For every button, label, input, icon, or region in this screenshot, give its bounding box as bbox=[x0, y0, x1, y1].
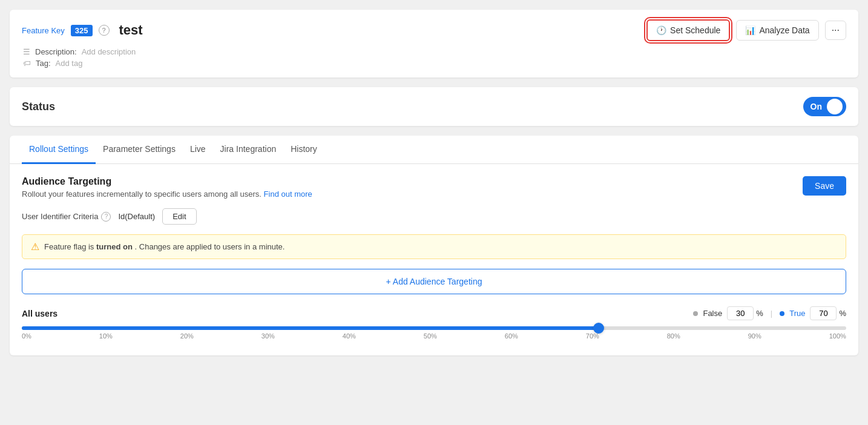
slider-container: 0% 10% 20% 30% 40% 50% 60% 70% 80% 90% 1… bbox=[22, 326, 846, 340]
find-out-more-link[interactable]: Find out more bbox=[264, 189, 312, 199]
main-content-card: Rollout Settings Parameter Settings Live… bbox=[10, 136, 858, 355]
feature-key-number: 325 bbox=[71, 25, 93, 36]
label-80: 80% bbox=[667, 332, 680, 340]
audience-targeting-section-header: Audience Targeting Rollout your features… bbox=[22, 176, 846, 199]
toggle-knob bbox=[827, 99, 843, 114]
label-20: 20% bbox=[180, 332, 194, 340]
alert-banner: ⚠ Feature flag is turned on . Changes ar… bbox=[22, 234, 846, 259]
tab-history[interactable]: History bbox=[283, 136, 324, 164]
false-pct-input[interactable] bbox=[727, 306, 754, 320]
status-card: Status On bbox=[10, 87, 858, 126]
label-50: 50% bbox=[424, 332, 437, 340]
true-pct-input[interactable] bbox=[810, 306, 837, 320]
tag-icon: 🏷 bbox=[23, 59, 31, 68]
status-toggle[interactable]: On bbox=[803, 97, 846, 116]
all-users-section: All users False % | True % bbox=[22, 306, 846, 340]
status-toggle-wrapper: On bbox=[803, 97, 846, 116]
add-audience-button[interactable]: + Add Audience Targeting bbox=[22, 269, 846, 294]
save-button[interactable]: Save bbox=[803, 176, 846, 196]
tag-value[interactable]: Add tag bbox=[56, 59, 83, 68]
toggle-on-label: On bbox=[810, 102, 822, 111]
tab-rollout-settings[interactable]: Rollout Settings bbox=[22, 136, 96, 164]
header-card: Feature Key 325 ? test 🕐 Set Schedule 📊 … bbox=[10, 10, 858, 77]
tab-jira-integration[interactable]: Jira Integration bbox=[213, 136, 284, 164]
status-title: Status bbox=[22, 100, 55, 113]
rollout-settings-content: Audience Targeting Rollout your features… bbox=[10, 164, 858, 355]
true-pct-symbol: % bbox=[839, 309, 846, 318]
description-value[interactable]: Add description bbox=[82, 47, 136, 56]
analyze-data-button[interactable]: 📊 Analyze Data bbox=[736, 20, 818, 41]
slider-labels: 0% 10% 20% 30% 40% 50% 60% 70% 80% 90% 1… bbox=[22, 332, 846, 340]
tag-row: 🏷 Tag: Add tag bbox=[23, 59, 846, 68]
slider-track bbox=[22, 326, 846, 330]
chart-icon: 📊 bbox=[745, 25, 755, 35]
percentage-controls: False % | True % bbox=[693, 306, 846, 320]
feature-key-label: Feature Key bbox=[22, 26, 65, 35]
description-row: ☰ Description: Add description bbox=[23, 47, 846, 56]
true-label: True bbox=[789, 309, 805, 318]
audience-targeting-title: Audience Targeting bbox=[22, 176, 312, 187]
edit-button[interactable]: Edit bbox=[162, 208, 196, 225]
slider-thumb[interactable] bbox=[593, 323, 604, 334]
user-identifier-value: Id(Default) bbox=[118, 212, 155, 221]
label-70: 70% bbox=[586, 332, 599, 340]
header-left: Feature Key 325 ? test bbox=[22, 22, 143, 38]
true-pct-group: % bbox=[810, 306, 846, 320]
false-pct-symbol: % bbox=[756, 309, 763, 318]
help-icon[interactable]: ? bbox=[99, 25, 110, 36]
false-label: False bbox=[703, 309, 722, 318]
description-icon: ☰ bbox=[23, 47, 30, 56]
tabs-bar: Rollout Settings Parameter Settings Live… bbox=[10, 136, 858, 164]
false-pct-group: % bbox=[727, 306, 763, 320]
user-identifier-label-text: User Identifier Criteria bbox=[22, 212, 98, 221]
label-40: 40% bbox=[343, 332, 356, 340]
label-10: 10% bbox=[99, 332, 113, 340]
alert-prefix: Feature flag is bbox=[44, 242, 94, 251]
user-identifier-row: User Identifier Criteria ? Id(Default) E… bbox=[22, 208, 846, 225]
description-label: Description: bbox=[35, 47, 77, 56]
slider-fill bbox=[22, 326, 599, 330]
alert-bold: turned on bbox=[96, 242, 133, 251]
user-identifier-label: User Identifier Criteria ? bbox=[22, 212, 111, 222]
tab-parameter-settings[interactable]: Parameter Settings bbox=[96, 136, 183, 164]
set-schedule-button[interactable]: 🕐 Set Schedule bbox=[646, 19, 730, 41]
set-schedule-label: Set Schedule bbox=[670, 25, 720, 35]
label-90: 90% bbox=[748, 332, 761, 340]
alert-text: Feature flag is turned on . Changes are … bbox=[44, 242, 284, 251]
separator: | bbox=[771, 309, 772, 318]
subtitle-text: Rollout your features incrementally to s… bbox=[22, 189, 261, 199]
feature-title: test bbox=[119, 22, 143, 38]
label-30: 30% bbox=[261, 332, 275, 340]
header-actions: 🕐 Set Schedule 📊 Analyze Data ··· bbox=[646, 19, 846, 41]
all-users-title: All users bbox=[22, 309, 58, 318]
true-dot bbox=[780, 311, 784, 316]
user-identifier-help-icon[interactable]: ? bbox=[101, 212, 111, 222]
analyze-data-label: Analyze Data bbox=[759, 25, 809, 35]
audience-targeting-subtitle: Rollout your features incrementally to s… bbox=[22, 189, 312, 199]
tab-live[interactable]: Live bbox=[183, 136, 213, 164]
false-dot bbox=[693, 311, 698, 316]
tag-label: Tag: bbox=[36, 59, 51, 68]
clock-icon: 🕐 bbox=[656, 25, 666, 35]
label-0: 0% bbox=[22, 332, 31, 340]
header-meta: ☰ Description: Add description 🏷 Tag: Ad… bbox=[23, 47, 846, 68]
alert-suffix: . Changes are applied to users in a minu… bbox=[135, 242, 285, 251]
all-users-header: All users False % | True % bbox=[22, 306, 846, 320]
warning-icon: ⚠ bbox=[31, 241, 39, 252]
label-60: 60% bbox=[505, 332, 518, 340]
audience-targeting-info: Audience Targeting Rollout your features… bbox=[22, 176, 312, 199]
label-100: 100% bbox=[829, 332, 846, 340]
more-options-button[interactable]: ··· bbox=[825, 21, 846, 40]
